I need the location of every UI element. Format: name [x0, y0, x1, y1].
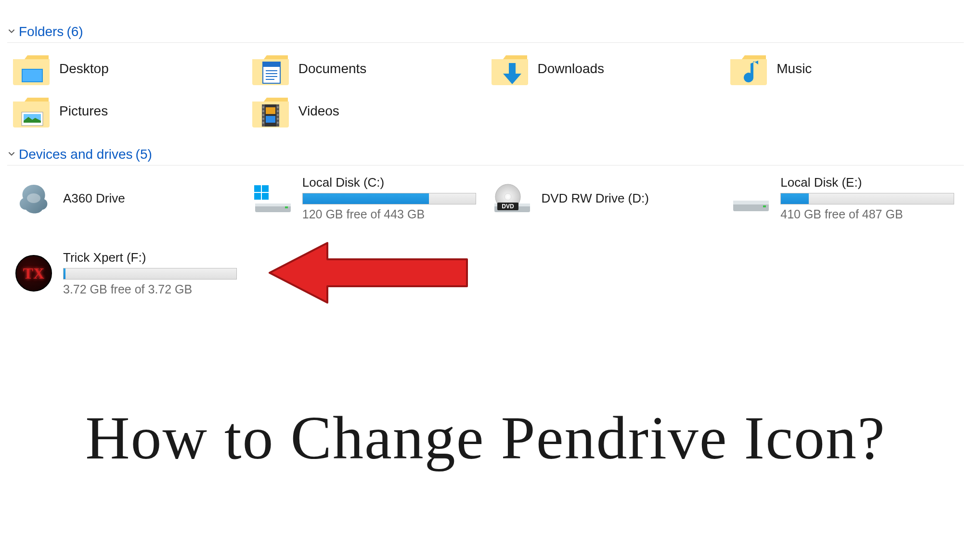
drive-dvd[interactable]: DVD DVD RW Drive (D:)	[491, 175, 725, 221]
folder-label: Pictures	[59, 103, 108, 119]
drive-name: A360 Drive	[63, 191, 237, 206]
folder-label: Downloads	[538, 61, 605, 76]
folder-label: Documents	[298, 61, 367, 76]
svg-rect-28	[285, 206, 288, 208]
svg-rect-29	[254, 185, 261, 192]
svg-rect-42	[763, 205, 766, 207]
svg-rect-16	[262, 110, 264, 112]
folder-desktop[interactable]: Desktop	[12, 52, 246, 85]
svg-text:DVD: DVD	[502, 203, 514, 210]
folder-music[interactable]: Music	[729, 52, 964, 85]
drive-name: DVD RW Drive (D:)	[542, 191, 715, 206]
drive-free-text: 410 GB free of 487 GB	[780, 207, 954, 221]
folders-count: (6)	[66, 24, 83, 39]
page-caption: How to Change Pendrive Icon?	[0, 403, 971, 473]
hard-drive-icon	[729, 181, 773, 215]
svg-rect-22	[277, 114, 279, 116]
svg-point-25	[27, 193, 40, 203]
svg-rect-21	[277, 110, 279, 112]
folder-videos-icon	[251, 95, 290, 127]
svg-rect-30	[262, 185, 269, 192]
folder-downloads-icon	[491, 52, 529, 85]
folders-title: Folders	[19, 24, 64, 39]
svg-rect-19	[262, 122, 264, 124]
folder-documents-icon	[251, 52, 290, 85]
svg-rect-14	[266, 116, 275, 123]
svg-rect-27	[255, 204, 291, 206]
drive-name: Trick Xpert (F:)	[63, 250, 237, 265]
drive-local-e[interactable]: Local Disk (E:) 410 GB free of 487 GB	[729, 175, 964, 221]
folder-label: Videos	[298, 103, 339, 119]
drives-count: (5)	[136, 147, 152, 162]
windows-drive-icon	[251, 181, 295, 215]
folder-label: Music	[777, 61, 812, 76]
folder-pictures-icon	[12, 95, 51, 127]
drive-a360[interactable]: A360 Drive	[12, 175, 246, 221]
svg-rect-32	[262, 193, 269, 200]
chevron-down-icon	[7, 26, 16, 38]
a360-cloud-icon	[12, 181, 55, 215]
svg-rect-31	[254, 193, 261, 200]
svg-rect-18	[262, 118, 264, 120]
folder-pictures[interactable]: Pictures	[12, 95, 246, 127]
drive-local-c[interactable]: Local Disk (C:) 120 GB free of 443 GB	[251, 175, 486, 221]
drive-trickxpert-f[interactable]: TX Trick Xpert (F:) 3.72 GB free of 3.72…	[12, 250, 246, 296]
drive-name: Local Disk (E:)	[780, 175, 954, 190]
storage-bar	[780, 193, 954, 204]
svg-rect-13	[266, 107, 275, 114]
folder-music-icon	[729, 52, 768, 85]
trickxpert-custom-icon: TX	[12, 256, 55, 290]
drives-section-header[interactable]: Devices and drives (5)	[7, 147, 964, 165]
folder-label: Desktop	[59, 61, 109, 76]
chevron-down-icon	[7, 149, 16, 160]
svg-rect-23	[277, 118, 279, 120]
svg-rect-20	[277, 106, 279, 108]
dvd-drive-icon: DVD	[491, 181, 534, 215]
drive-free-text: 3.72 GB free of 3.72 GB	[63, 282, 237, 296]
svg-rect-1	[23, 70, 42, 81]
drives-grid: A360 Drive Local Disk (C:) 120 GB free o…	[7, 175, 964, 296]
drive-free-text: 120 GB free of 443 GB	[302, 207, 476, 221]
drives-title: Devices and drives	[19, 147, 133, 162]
storage-bar	[63, 268, 237, 280]
svg-rect-15	[262, 106, 264, 108]
svg-rect-24	[277, 122, 279, 124]
svg-rect-41	[733, 201, 769, 204]
drive-name: Local Disk (C:)	[302, 175, 476, 190]
folder-desktop-icon	[12, 52, 51, 85]
folder-downloads[interactable]: Downloads	[491, 52, 725, 85]
folder-videos[interactable]: Videos	[251, 95, 486, 127]
svg-rect-3	[263, 62, 280, 67]
folders-grid: Desktop Documents Downloads Music Pictur…	[7, 52, 964, 127]
storage-bar	[302, 193, 476, 204]
folder-documents[interactable]: Documents	[251, 52, 486, 85]
folders-section-header[interactable]: Folders (6)	[7, 24, 964, 43]
svg-rect-17	[262, 114, 264, 116]
